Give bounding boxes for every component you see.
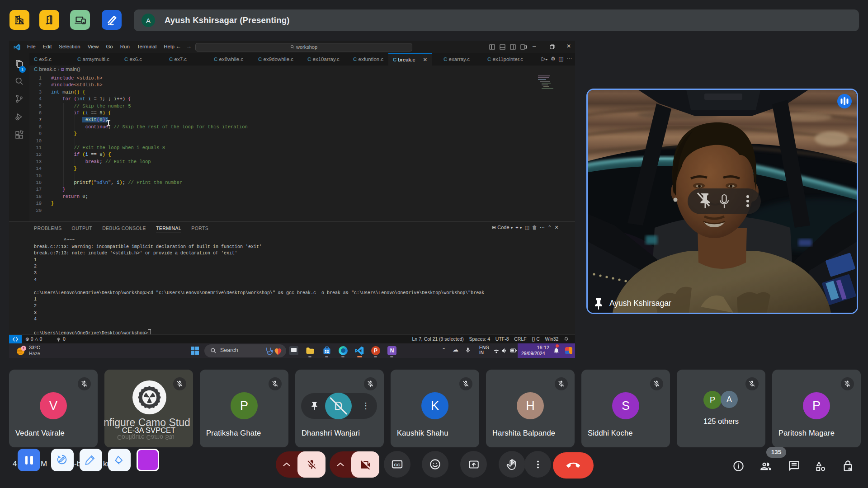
- svg-text:CC: CC: [394, 462, 401, 467]
- svg-text:Ayush Kshirsagar: Ayush Kshirsagar: [609, 299, 671, 308]
- svg-text:1: 1: [23, 346, 25, 350]
